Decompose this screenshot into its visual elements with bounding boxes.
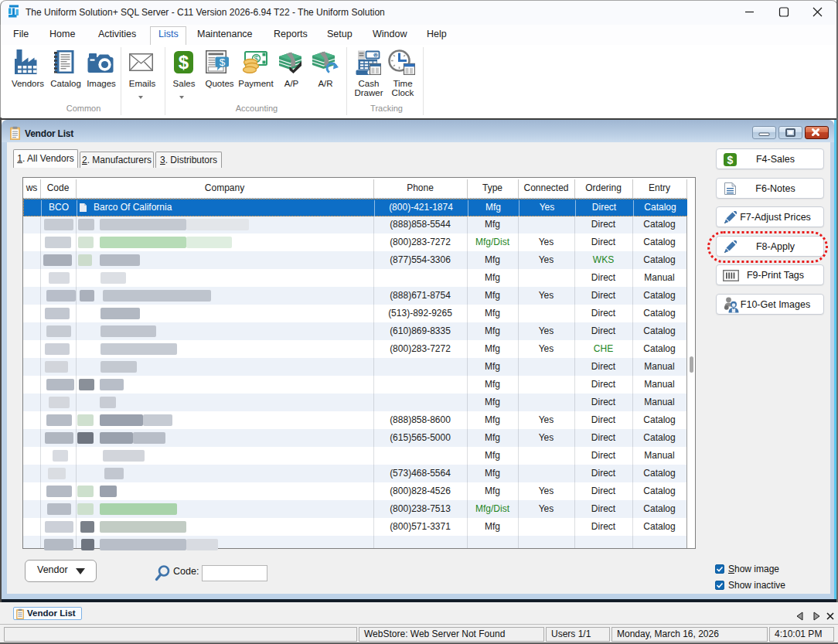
svg-text:0: 0 xyxy=(374,52,377,57)
svg-text:$: $ xyxy=(179,52,189,73)
svg-text:$: $ xyxy=(220,56,226,68)
